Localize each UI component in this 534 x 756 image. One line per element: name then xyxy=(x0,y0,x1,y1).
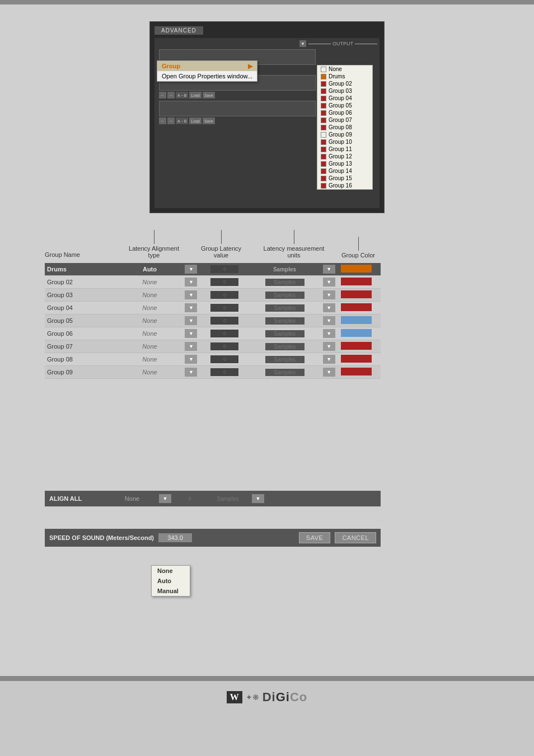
group-list-drums[interactable]: Drums xyxy=(317,73,372,80)
04-value-input[interactable] xyxy=(210,304,238,312)
output-dropdown[interactable]: ▼ xyxy=(299,40,306,47)
ctrl-left-2[interactable]: ← xyxy=(159,92,166,98)
group-list-08[interactable]: Group 08 xyxy=(317,124,372,131)
05-color-swatch[interactable] xyxy=(341,316,372,324)
02-value-input[interactable] xyxy=(210,278,238,286)
03-units-dropdown-btn[interactable]: ▼ xyxy=(323,290,335,299)
td-05-units-dd[interactable]: ▼ xyxy=(321,314,339,327)
td-04-dropdown[interactable]: ▼ xyxy=(182,302,200,314)
03-type-dropdown-btn[interactable]: ▼ xyxy=(185,290,197,299)
td-02-color[interactable] xyxy=(339,276,381,289)
02-type-dropdown-btn[interactable]: ▼ xyxy=(185,278,197,287)
save-button[interactable]: SAVE xyxy=(299,532,331,543)
context-menu-group[interactable]: Group ▶ xyxy=(157,61,257,71)
03-value-input[interactable] xyxy=(210,291,238,299)
td-05-dropdown[interactable]: ▼ xyxy=(182,314,200,327)
07-type-dropdown-btn[interactable]: ▼ xyxy=(185,342,197,351)
td-08-units-dd[interactable]: ▼ xyxy=(321,353,339,366)
drums-value-input[interactable] xyxy=(210,265,238,273)
06-units-dropdown-btn[interactable]: ▼ xyxy=(323,329,335,338)
04-color-swatch[interactable] xyxy=(341,303,372,311)
06-type-dropdown-btn[interactable]: ▼ xyxy=(185,329,197,338)
ctrl-right-2[interactable]: → xyxy=(167,92,175,98)
group-list-11[interactable]: Group 11 xyxy=(317,145,372,153)
05-units-dropdown-btn[interactable]: ▼ xyxy=(323,316,335,325)
group-list-15[interactable]: Group 15 xyxy=(317,175,372,182)
td-07-units-dd[interactable]: ▼ xyxy=(321,340,339,353)
dd-item-auto[interactable]: Auto xyxy=(152,576,190,586)
03-color-swatch[interactable] xyxy=(341,290,372,298)
group-list-05[interactable]: Group 05 xyxy=(317,102,372,109)
07-value-input[interactable] xyxy=(210,342,238,350)
panel-tab[interactable]: ADVANCED xyxy=(154,26,203,35)
group-list-14[interactable]: Group 14 xyxy=(317,167,372,175)
07-units-dropdown-btn[interactable]: ▼ xyxy=(323,342,335,351)
td-03-color[interactable] xyxy=(339,289,381,302)
ctrl-save-2[interactable]: Save xyxy=(203,92,215,98)
group-list-12[interactable]: Group 12 xyxy=(317,153,372,160)
cancel-button[interactable]: CANCEL xyxy=(335,532,376,543)
08-value-input[interactable] xyxy=(210,355,238,363)
td-06-color[interactable] xyxy=(339,327,381,340)
td-07-dropdown[interactable]: ▼ xyxy=(182,340,200,353)
align-all-type-dropdown[interactable]: ▼ xyxy=(159,494,171,503)
08-type-dropdown-btn[interactable]: ▼ xyxy=(185,355,197,364)
td-02-units-dd[interactable]: ▼ xyxy=(321,276,339,289)
02-units-dropdown-btn[interactable]: ▼ xyxy=(323,278,335,287)
align-all-units-dropdown[interactable]: ▼ xyxy=(252,494,264,503)
group-list-10[interactable]: Group 10 xyxy=(317,138,372,145)
group-list-02[interactable]: Group 02 xyxy=(317,80,372,87)
dd-item-manual[interactable]: Manual xyxy=(152,586,190,596)
08-color-swatch[interactable] xyxy=(341,355,372,363)
07-color-swatch[interactable] xyxy=(341,342,372,350)
ctrl-left-3[interactable]: ← xyxy=(159,118,166,124)
group-list-16[interactable]: Group 16 xyxy=(317,182,372,189)
td-07-color[interactable] xyxy=(339,340,381,353)
context-menu-open-properties[interactable]: Open Group Properties window... xyxy=(157,71,257,81)
align-all-value-input[interactable] xyxy=(176,495,204,503)
group-list-13[interactable]: Group 13 xyxy=(317,160,372,167)
td-08-color[interactable] xyxy=(339,353,381,366)
09-color-swatch[interactable] xyxy=(341,368,372,375)
td-06-dropdown[interactable]: ▼ xyxy=(182,327,200,340)
latency-type-dropdown[interactable]: None Auto Manual xyxy=(151,565,190,597)
td-04-color[interactable] xyxy=(339,302,381,314)
td-drums-color[interactable] xyxy=(339,263,381,276)
ctrl-save-3[interactable]: Save xyxy=(203,118,215,124)
td-drums-dropdown[interactable]: ▼ xyxy=(182,263,200,276)
ctrl-load-3[interactable]: Load xyxy=(189,118,202,124)
td-03-units-dd[interactable]: ▼ xyxy=(321,289,339,302)
td-09-units-dd[interactable]: ▼ xyxy=(321,366,339,379)
group-list-03[interactable]: Group 03 xyxy=(317,87,372,95)
td-06-units-dd[interactable]: ▼ xyxy=(321,327,339,340)
td-03-dropdown[interactable]: ▼ xyxy=(182,289,200,302)
dd-item-none[interactable]: None xyxy=(152,566,190,576)
group-list-none[interactable]: None xyxy=(317,65,372,73)
drums-type-dropdown-btn[interactable]: ▼ xyxy=(185,265,197,274)
td-04-units-dd[interactable]: ▼ xyxy=(321,302,339,314)
05-type-dropdown-btn[interactable]: ▼ xyxy=(185,316,197,325)
ctrl-load-2[interactable]: Load xyxy=(189,92,202,98)
09-value-input[interactable] xyxy=(210,368,238,376)
06-color-swatch[interactable] xyxy=(341,329,372,337)
drums-color-swatch[interactable] xyxy=(341,265,372,273)
td-09-dropdown[interactable]: ▼ xyxy=(182,366,200,379)
group-list-04[interactable]: Group 04 xyxy=(317,95,372,102)
group-list-09[interactable]: Group 09 xyxy=(317,131,372,138)
09-units-dropdown-btn[interactable]: ▼ xyxy=(323,368,335,377)
04-units-dropdown-btn[interactable]: ▼ xyxy=(323,303,335,312)
06-value-input[interactable] xyxy=(210,330,238,337)
td-09-color[interactable] xyxy=(339,366,381,379)
td-08-dropdown[interactable]: ▼ xyxy=(182,353,200,366)
td-05-color[interactable] xyxy=(339,314,381,327)
05-value-input[interactable] xyxy=(210,317,238,325)
09-type-dropdown-btn[interactable]: ▼ xyxy=(185,368,197,377)
drums-units-dropdown-btn[interactable]: ▼ xyxy=(323,265,335,274)
ctrl-right-3[interactable]: → xyxy=(167,118,175,124)
02-color-swatch[interactable] xyxy=(341,278,372,285)
group-list-06[interactable]: Group 06 xyxy=(317,109,372,116)
td-02-dropdown[interactable]: ▼ xyxy=(182,276,200,289)
04-type-dropdown-btn[interactable]: ▼ xyxy=(185,303,197,312)
08-units-dropdown-btn[interactable]: ▼ xyxy=(323,355,335,364)
group-list-07[interactable]: Group 07 xyxy=(317,116,372,124)
